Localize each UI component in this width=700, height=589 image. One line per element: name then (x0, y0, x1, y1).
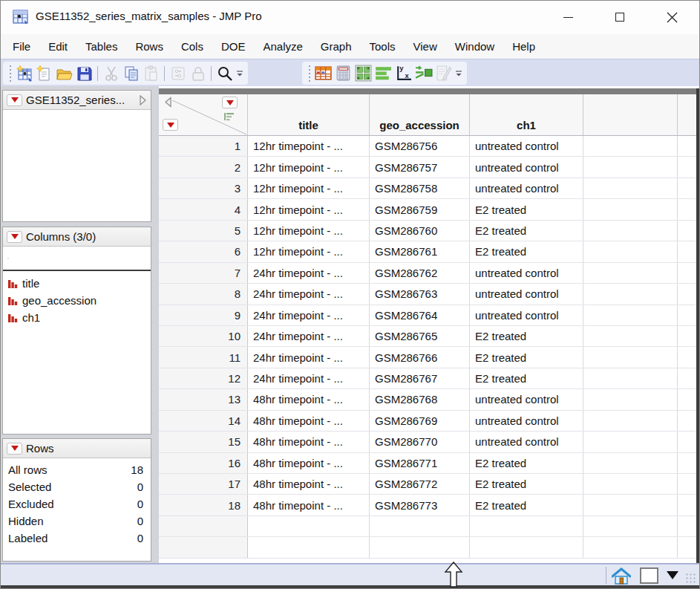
row-number-cell[interactable]: 3 (159, 178, 248, 198)
menu-file[interactable]: File (4, 34, 39, 59)
stat-labeled[interactable]: Labeled 0 (3, 530, 151, 547)
cell-geo-accession[interactable]: GSM286761 (370, 241, 470, 261)
statusbar-dropdown-icon[interactable] (667, 571, 678, 579)
cell-empty[interactable] (583, 389, 678, 409)
row-number-cell[interactable]: 1 (159, 136, 248, 156)
new-data-table-button[interactable] (14, 63, 34, 83)
cell-ch1[interactable]: untreated control (470, 263, 583, 283)
cell-geo-accession[interactable]: GSM286771 (370, 453, 470, 473)
copy-button[interactable] (121, 63, 141, 83)
row-number-cell[interactable]: 5 (159, 221, 248, 241)
cell-empty[interactable] (678, 241, 696, 261)
cell-empty[interactable] (678, 516, 696, 536)
cell-empty[interactable] (370, 516, 470, 536)
table-row[interactable]: 6 12hr timepoint - ... GSM286761 E2 trea… (159, 241, 696, 262)
row-number-cell[interactable]: 9 (159, 305, 248, 325)
cell-title[interactable]: 24hr timepoint - ... (248, 347, 370, 367)
cell-title[interactable]: 12hr timepoint - ... (248, 136, 370, 156)
cell-geo-accession[interactable]: GSM286760 (370, 221, 470, 241)
cell-title[interactable]: 12hr timepoint - ... (248, 221, 370, 241)
cell-geo-accession[interactable]: GSM286768 (370, 389, 470, 409)
table-row[interactable]: 1 12hr timepoint - ... GSM286756 untreat… (159, 136, 696, 157)
cell-ch1[interactable]: E2 treated (470, 368, 583, 388)
menu-tables[interactable]: Tables (76, 34, 126, 59)
row-number-cell[interactable]: 6 (159, 241, 248, 261)
cell-ch1[interactable]: untreated control (470, 157, 583, 177)
table-row[interactable]: 11 24hr timepoint - ... GSM286766 E2 tre… (159, 347, 696, 368)
cell-title[interactable]: 48hr timepoint - ... (248, 389, 370, 409)
row-number-cell[interactable]: 12 (159, 368, 248, 388)
cell-empty[interactable] (678, 347, 696, 367)
cell-empty[interactable] (583, 305, 678, 325)
menu-doe[interactable]: DOE (212, 34, 255, 59)
table-row[interactable]: 3 12hr timepoint - ... GSM286758 untreat… (159, 178, 696, 199)
cell-empty[interactable] (678, 326, 696, 346)
row-number-cell[interactable]: 14 (159, 411, 248, 431)
cell-empty[interactable] (583, 326, 678, 346)
row-number-cell[interactable]: 15 (159, 432, 248, 452)
row-number-cell[interactable]: 4 (159, 199, 248, 219)
row-number-cell[interactable]: 8 (159, 284, 248, 304)
cell-geo-accession[interactable]: GSM286767 (370, 368, 470, 388)
cell-empty[interactable] (678, 178, 696, 198)
stat-excluded[interactable]: Excluded 0 (3, 495, 151, 512)
rows-red-triangle-button[interactable] (7, 443, 22, 455)
cell-empty[interactable] (678, 136, 696, 156)
cell-ch1[interactable]: untreated control (470, 432, 583, 452)
cell-empty[interactable] (678, 305, 696, 325)
cell-empty[interactable] (583, 453, 678, 473)
table-empty-row[interactable] (159, 537, 696, 558)
cell-geo-accession[interactable]: GSM286766 (370, 347, 470, 367)
cell-title[interactable]: 48hr timepoint - ... (248, 432, 370, 452)
cell-empty[interactable] (583, 495, 678, 515)
cell-empty[interactable] (678, 199, 696, 219)
cell-empty[interactable] (583, 199, 678, 219)
maximize-button[interactable] (603, 1, 637, 33)
column-item-geo-accession[interactable]: geo_accession (3, 292, 151, 309)
cell-geo-accession[interactable]: GSM286772 (370, 474, 470, 494)
cell-ch1[interactable]: untreated control (470, 178, 583, 198)
calculator-button[interactable] (333, 63, 353, 83)
cell-empty[interactable] (678, 495, 696, 515)
disclosure-right-icon[interactable] (139, 95, 147, 105)
cell-empty[interactable] (678, 157, 696, 177)
table-row[interactable]: 18 48hr timepoint - ... GSM286773 E2 tre… (159, 495, 696, 515)
new-script-button[interactable] (34, 63, 54, 83)
table-row[interactable]: 7 24hr timepoint - ... GSM286762 untreat… (159, 263, 696, 284)
cell-geo-accession[interactable]: GSM286765 (370, 326, 470, 346)
open-button[interactable] (54, 63, 74, 83)
cell-empty[interactable] (370, 537, 470, 557)
cell-ch1[interactable]: untreated control (470, 305, 583, 325)
cell-geo-accession[interactable]: GSM286756 (370, 136, 470, 156)
collapse-left-icon[interactable] (164, 97, 172, 108)
column-header-title[interactable]: title (248, 94, 370, 135)
cell-empty[interactable] (678, 284, 696, 304)
table-row[interactable]: 17 48hr timepoint - ... GSM286772 E2 tre… (159, 474, 696, 495)
row-number-cell[interactable]: 2 (159, 157, 248, 177)
cell-ch1[interactable]: E2 treated (470, 241, 583, 261)
menu-help[interactable]: Help (503, 34, 544, 59)
color-theme-box[interactable] (640, 567, 658, 584)
cell-ch1[interactable]: untreated control (470, 136, 583, 156)
table-row[interactable]: 5 12hr timepoint - ... GSM286760 E2 trea… (159, 221, 696, 241)
cell-empty[interactable] (678, 432, 696, 452)
table-row[interactable]: 16 48hr timepoint - ... GSM286771 E2 tre… (159, 453, 696, 474)
cell-title[interactable]: 24hr timepoint - ... (248, 284, 370, 304)
cell-geo-accession[interactable]: GSM286769 (370, 411, 470, 431)
stat-hidden[interactable]: Hidden 0 (3, 512, 151, 530)
cell-geo-accession[interactable]: GSM286770 (370, 432, 470, 452)
table-row[interactable]: 15 48hr timepoint - ... GSM286770 untrea… (159, 432, 696, 452)
cell-title[interactable]: 24hr timepoint - ... (248, 263, 370, 283)
toolbar-grip[interactable] (307, 65, 311, 82)
cell-title[interactable]: 48hr timepoint - ... (248, 474, 370, 494)
stat-selected[interactable]: Selected 0 (3, 478, 151, 495)
cell-empty[interactable] (678, 537, 696, 557)
cell-title[interactable]: 12hr timepoint - ... (248, 157, 370, 177)
cell-title[interactable]: 24hr timepoint - ... (248, 326, 370, 346)
cell-geo-accession[interactable]: GSM286764 (370, 305, 470, 325)
cell-empty[interactable] (583, 368, 678, 388)
table-row[interactable]: 10 24hr timepoint - ... GSM286765 E2 tre… (159, 326, 696, 347)
cell-empty[interactable] (678, 474, 696, 494)
cell-ch1[interactable]: E2 treated (470, 199, 583, 219)
cell-title[interactable]: 12hr timepoint - ... (248, 178, 370, 198)
